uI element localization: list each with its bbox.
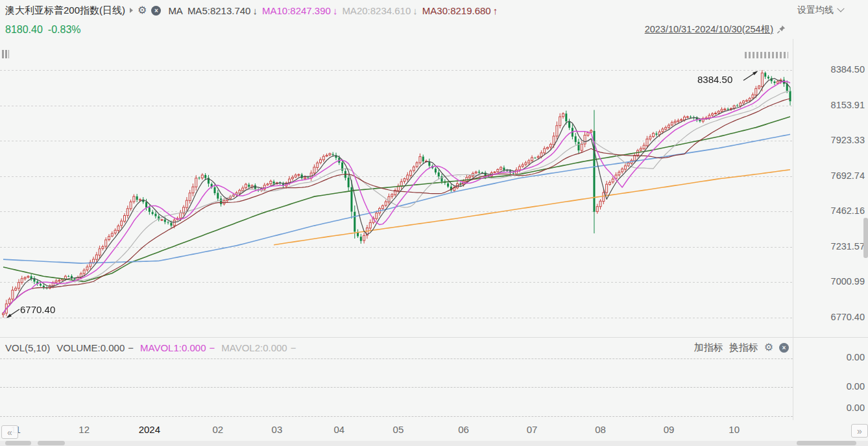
volume-y-axis-label: 0.00 <box>847 381 865 392</box>
gridline <box>0 358 793 359</box>
period-high-annotation: 8384.50 <box>697 74 732 85</box>
y-axis-label: 7000.99 <box>831 276 865 287</box>
y-axis-label: 6770.40 <box>831 312 865 322</box>
switch-indicator-button[interactable]: 换指标 <box>729 342 758 354</box>
mavol1-legend: MAVOL1:0.000 − <box>140 342 215 353</box>
volume-y-axis: 0.000.000.00 <box>793 357 868 420</box>
y-axis-label: 8384.50 <box>831 64 865 75</box>
y-axis-label: 8153.91 <box>831 100 865 110</box>
main-chart-region: 8384.50 6770.40 <box>0 39 793 337</box>
ma-group-label: MA <box>168 5 183 16</box>
up-arrow-icon: ↑ <box>493 5 498 16</box>
down-arrow-icon: ↓ <box>252 5 258 16</box>
x-axis-label: 06 <box>458 424 469 435</box>
x-axis-label: 10 <box>729 424 740 435</box>
gridline <box>0 387 793 388</box>
y-axis-label: 7923.33 <box>831 135 865 145</box>
volume-y-axis-label: 0.00 <box>847 352 865 362</box>
scrollbar-thumb[interactable] <box>5 441 31 445</box>
vol-indicator-label: VOL(5,10) <box>5 342 50 353</box>
scrollbar-thumb[interactable] <box>797 441 856 445</box>
scroll-right-button[interactable]: » <box>851 424 868 438</box>
volume-header: VOL(5,10) VOLUME:0.000 − MAVOL1:0.000 − … <box>0 338 868 357</box>
y-axis-label: 7462.16 <box>831 205 865 216</box>
ma20-legend: MA20:8234.610 ↓ <box>342 5 417 16</box>
period-low-annotation: 6770.40 <box>20 304 55 315</box>
horizontal-scrollbar[interactable] <box>0 441 868 446</box>
y-axis-label: 7692.74 <box>831 170 865 181</box>
volume-panel[interactable] <box>0 357 793 420</box>
chart-header: 澳大利亚标普200指数(日线) ⚙ × MA MA5:8213.740 ↓ MA… <box>0 0 868 21</box>
add-indicator-button[interactable]: 加指标 <box>694 342 723 354</box>
close-icon[interactable]: × <box>151 6 161 16</box>
x-axis-label: 12 <box>78 424 90 435</box>
down-arrow-icon: ↓ <box>333 5 338 16</box>
x-axis-label: 04 <box>333 424 344 435</box>
chevron-down-icon <box>837 5 844 12</box>
price-row: 8180.40 -0.83% 2023/10/31-2024/10/30(254… <box>0 21 868 38</box>
ma-settings-button[interactable]: 设置均线 <box>797 5 843 16</box>
change-percent: -0.83% <box>48 24 81 36</box>
vertical-scrollbar-thumb[interactable] <box>863 218 868 258</box>
y-axis-label: 7231.57 <box>831 241 865 252</box>
event-marker-cluster-icon[interactable] <box>745 52 788 58</box>
down-arrow-icon: ↓ <box>413 5 418 16</box>
scrollbar-thumb[interactable] <box>38 441 65 445</box>
pushpin-icon[interactable] <box>777 25 786 34</box>
gear-icon[interactable]: ⚙ <box>138 5 147 16</box>
candlestick-chart[interactable] <box>0 39 793 337</box>
gear-icon[interactable]: ⚙ <box>764 342 773 353</box>
ma30-legend: MA30:8219.680 ↑ <box>422 5 498 16</box>
mavol2-legend: MAVOL2:0.000 − <box>221 342 296 353</box>
volume-y-axis-label: 0.00 <box>847 403 865 413</box>
volume-legend: VOLUME:0.000 − <box>56 342 134 353</box>
gridline <box>0 416 793 417</box>
stock-chart-app: 澳大利亚标普200指数(日线) ⚙ × MA MA5:8213.740 ↓ MA… <box>0 0 868 446</box>
close-icon[interactable]: × <box>779 343 789 353</box>
price-y-axis: 8384.508153.917923.337692.747462.167231.… <box>793 39 868 337</box>
x-axis-label: 03 <box>272 424 283 435</box>
scroll-left-button[interactable]: « <box>1 425 18 439</box>
x-axis-label: 02 <box>212 424 223 435</box>
x-axis-label: 07 <box>527 424 538 435</box>
expand-right-icon[interactable] <box>130 8 133 13</box>
x-axis-label: 09 <box>664 424 675 435</box>
x-axis-label: 05 <box>393 424 404 435</box>
ma5-legend: MA5:8213.740 ↓ <box>187 5 258 16</box>
ma10-legend: MA10:8247.390 ↓ <box>262 5 337 16</box>
date-range-link[interactable]: 2023/10/31-2024/10/30(254根) <box>645 23 773 36</box>
time-x-axis: 11122024020304050607080910 <box>0 421 793 440</box>
event-marker-icon[interactable] <box>2 50 9 58</box>
last-price: 8180.40 <box>5 24 43 36</box>
x-axis-label: 08 <box>595 424 606 435</box>
x-axis-label: 2024 <box>139 424 160 435</box>
page-title[interactable]: 澳大利亚标普200指数(日线) <box>5 5 125 17</box>
